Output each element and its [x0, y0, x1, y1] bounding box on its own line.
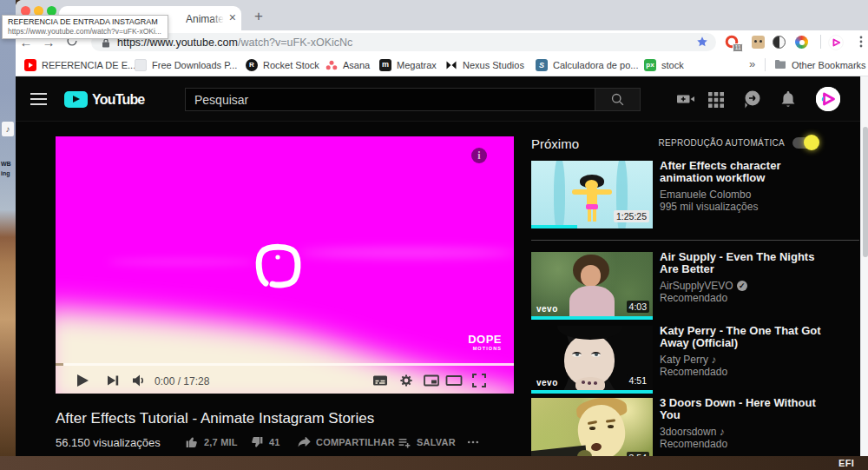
video-thumbnail[interactable]: vevo 4:51: [531, 326, 653, 394]
dope-motions-watermark: DOPE MOTIONS: [468, 334, 502, 352]
progress-bar[interactable]: [56, 363, 514, 366]
browser-window: Animate × + ← → https://www.youtube.com/…: [16, 0, 868, 456]
autoplay-toggle[interactable]: [792, 137, 818, 149]
like-button[interactable]: 2,7 MIL: [185, 435, 238, 449]
fullscreen-icon[interactable]: [470, 372, 488, 389]
bookmark-label: Megatrax: [397, 60, 437, 70]
video-thumbnail[interactable]: vevo 4:03: [531, 252, 653, 320]
video-thumbnail[interactable]: 3:54: [531, 398, 653, 456]
extension-icon-robot[interactable]: [751, 35, 766, 50]
bookmark-item[interactable]: Asana: [326, 58, 370, 72]
video-meta: Recomendado: [660, 292, 838, 304]
bookmarks-overflow-icon[interactable]: »: [749, 57, 755, 70]
channel-name: 3doorsdown ♪: [660, 426, 725, 438]
suggested-video-title: After Effects character animation workfl…: [660, 160, 833, 184]
channel-name: Emanuele Colombo: [660, 189, 751, 201]
page-favicon: [135, 59, 147, 71]
address-bar[interactable]: https://www.youtube.com/watch?v=uFK-xOKi…: [91, 33, 716, 51]
watermark-line1: DOPE: [468, 334, 502, 345]
share-button[interactable]: COMPARTILHAR: [297, 435, 395, 449]
desktop-wallpaper-bottom: EFI: [0, 456, 868, 470]
bookmark-label: Rocket Stock: [263, 60, 319, 70]
youtube-play-icon: [64, 91, 88, 108]
section-divider: [531, 240, 859, 241]
youtube-header: YouTube: [16, 76, 868, 122]
thumbnail-art-3-doors-down: [531, 398, 653, 456]
autoplay-toggle-knob: [804, 135, 819, 150]
volume-icon[interactable]: [130, 372, 148, 389]
search-input[interactable]: [186, 89, 595, 110]
bookmark-star-icon[interactable]: [696, 36, 708, 51]
player-controls: 0:00 / 17:28: [56, 367, 514, 394]
account-avatar[interactable]: [816, 87, 840, 111]
video-thumbnail[interactable]: 1:25:25: [531, 161, 653, 228]
next-button[interactable]: [104, 372, 122, 389]
time-display: 0:00 / 17:28: [155, 375, 209, 387]
scrollbar-thumb[interactable]: [863, 127, 868, 257]
settings-gear-icon[interactable]: [398, 372, 415, 389]
bookmark-label: Calculadora de po...: [553, 60, 638, 70]
search-button[interactable]: [595, 88, 641, 111]
miniplayer-icon[interactable]: [423, 372, 440, 389]
theater-mode-icon[interactable]: [445, 372, 463, 389]
dislike-button[interactable]: 41: [250, 435, 280, 449]
bookmarks-bar: REFERENCIA DE E... Free Downloads P... R…: [16, 54, 868, 76]
desktop-item-efi[interactable]: EFI: [838, 458, 854, 468]
video-player[interactable]: i DOPE MOTIONS 0:00 / 17:28: [56, 136, 514, 394]
save-button[interactable]: SALVAR: [398, 435, 456, 449]
px-favicon: px: [644, 59, 656, 71]
nexus-studios-favicon: [445, 59, 457, 71]
info-button[interactable]: i: [471, 148, 487, 163]
bookmark-item[interactable]: Free Downloads P...: [135, 58, 237, 72]
video-duration: 4:03: [627, 301, 649, 313]
extension-icon-darkmode[interactable]: [772, 35, 786, 50]
video-duration: 3:54: [627, 452, 649, 456]
share-label: COMPARTILHAR: [316, 437, 395, 447]
vevo-watermark: vevo: [536, 304, 558, 314]
upload-video-icon[interactable]: [675, 89, 696, 109]
view-count: 56.150 visualizações: [56, 436, 161, 449]
video-duration: 4:51: [627, 374, 649, 387]
folder-icon: [774, 59, 786, 71]
subtitles-icon[interactable]: [372, 372, 389, 389]
bookmark-item[interactable]: S Calculadora de po...: [536, 58, 638, 72]
new-tab-button[interactable]: +: [248, 7, 269, 28]
youtube-favicon: [24, 59, 36, 71]
browser-menu-icon[interactable]: [855, 35, 867, 52]
dislike-count: 41: [269, 437, 280, 447]
desktop-wallpaper-left: ♪ WB ing: [0, 0, 16, 456]
tab-close-icon[interactable]: ×: [229, 10, 236, 24]
youtube-logo[interactable]: YouTube: [64, 91, 144, 108]
notifications-bell-icon[interactable]: [778, 89, 799, 109]
bookmark-item[interactable]: REFERENCIA DE E...: [24, 58, 135, 72]
video-frame-squiggle: [251, 241, 305, 291]
apps-grid-icon[interactable]: [706, 89, 727, 109]
desktop-music-file-icon[interactable]: ♪: [2, 122, 14, 136]
desktop-file-label: ing: [1, 170, 10, 176]
suggested-video-title: Katy Perry - The One That Got Away (Offi…: [660, 325, 833, 349]
extension-icon-colorwheel[interactable]: [794, 35, 809, 50]
more-actions-button[interactable]: [466, 435, 480, 449]
like-count: 2,7 MIL: [204, 437, 238, 447]
video-frame-streak: [299, 248, 514, 258]
screen: ♪ WB ing EFI Animate × + ← →: [0, 0, 868, 470]
messages-icon[interactable]: [742, 89, 763, 109]
youtube-page: YouTube: [16, 76, 868, 456]
tab-title-fade: [212, 11, 229, 27]
other-bookmarks-button[interactable]: Other Bookmarks: [774, 58, 866, 72]
page-scrollbar[interactable]: [860, 76, 868, 456]
search-box[interactable]: [185, 88, 595, 111]
menu-icon[interactable]: [30, 93, 47, 105]
video-title: After Effects Tutorial - Animate Instagr…: [56, 410, 374, 427]
profile-avatar-icon[interactable]: [828, 35, 843, 50]
video-meta: Recomendado: [660, 438, 838, 450]
bookmark-item[interactable]: Nexus Studios: [445, 58, 524, 72]
bookmark-item[interactable]: m Megatrax: [379, 58, 437, 72]
bookmarks-separator: [765, 58, 766, 71]
extension-icon-opera[interactable]: 11: [725, 35, 740, 50]
video-meta: 995 mil visualizações: [660, 201, 838, 213]
play-button[interactable]: [73, 372, 90, 389]
bookmark-item[interactable]: px stock: [644, 58, 684, 72]
desktop-file-label: WB: [1, 161, 11, 167]
bookmark-item[interactable]: R Rocket Stock: [246, 58, 319, 72]
